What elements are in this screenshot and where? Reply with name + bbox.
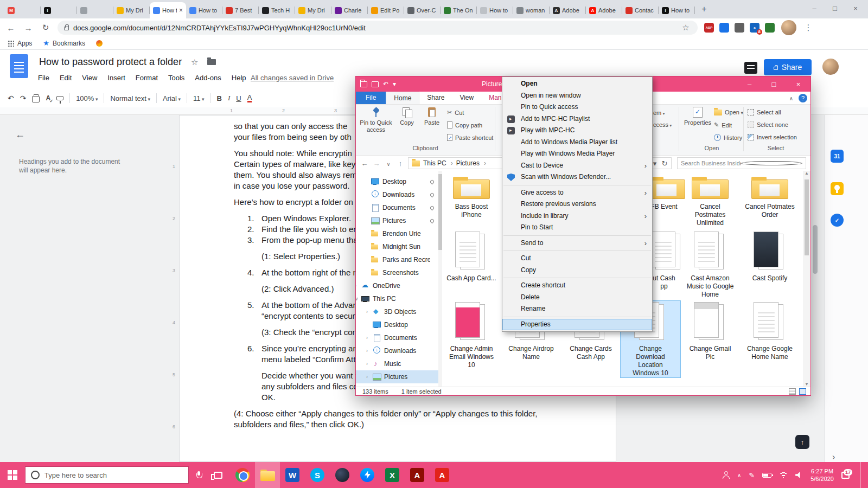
comment-history-icon[interactable] bbox=[744, 62, 757, 74]
nav-item[interactable]: › Pictures bbox=[356, 370, 438, 383]
nav-item[interactable]: ∨ This PC bbox=[356, 292, 438, 305]
context-menu-item[interactable]: Include in library › bbox=[502, 210, 652, 222]
details-view-icon[interactable] bbox=[789, 388, 796, 395]
nav-item[interactable]: › Documents bbox=[356, 331, 438, 344]
nav-item[interactable]: Documents bbox=[356, 201, 438, 214]
ribbon-tab-view[interactable]: View bbox=[452, 92, 481, 104]
context-menu-item[interactable] bbox=[503, 251, 651, 251]
file-item[interactable]: Cash App Card... bbox=[442, 230, 501, 299]
taskbar-skype[interactable]: S bbox=[305, 462, 330, 488]
paragraph-style-select[interactable]: Normal text bbox=[110, 94, 150, 102]
qat-customize-icon[interactable] bbox=[393, 80, 396, 88]
open-button[interactable]: Open bbox=[714, 109, 743, 115]
nav-item[interactable]: › 3D Objects bbox=[356, 305, 438, 318]
document-title[interactable]: How to password protect a folder bbox=[39, 56, 182, 68]
paint-format-button[interactable] bbox=[56, 96, 63, 100]
context-menu-item[interactable]: Play with MPC-HC bbox=[502, 125, 652, 137]
microphone-button[interactable] bbox=[189, 462, 208, 488]
nav-item[interactable]: Desktop bbox=[356, 175, 438, 188]
browser-tab[interactable]: My Dri bbox=[295, 2, 331, 18]
expander-icon[interactable]: › bbox=[366, 374, 372, 380]
select-none-button[interactable]: Select none bbox=[748, 121, 788, 128]
task-view-button[interactable] bbox=[208, 462, 228, 488]
explore-button[interactable]: ↑ bbox=[795, 435, 809, 449]
file-item[interactable]: Change Admin Email Windows 10 bbox=[442, 301, 501, 377]
browser-tab[interactable]: My Dri bbox=[113, 2, 150, 18]
context-menu-item[interactable] bbox=[503, 235, 651, 236]
context-menu-item[interactable] bbox=[503, 317, 651, 317]
context-menu-item[interactable]: Scan with Windows Defender... bbox=[502, 171, 652, 183]
browser-tab[interactable]: M bbox=[4, 2, 41, 18]
context-menu-item[interactable] bbox=[503, 185, 651, 185]
nav-item[interactable]: › OneDrive bbox=[356, 279, 438, 292]
history-button[interactable]: History bbox=[714, 134, 742, 141]
ribbon-tab-file[interactable]: File bbox=[356, 92, 386, 104]
ribbon-tab-share[interactable]: Share bbox=[419, 92, 452, 104]
expander-icon[interactable]: ∨ bbox=[356, 296, 361, 301]
file-item[interactable]: Cancel Postmates Unlimited bbox=[680, 173, 740, 227]
browser-tab[interactable]: Contac bbox=[622, 2, 659, 18]
battery-icon[interactable] bbox=[762, 473, 771, 478]
nav-item[interactable]: › Downloads bbox=[356, 344, 438, 357]
extension-icon[interactable]: ABP bbox=[704, 23, 714, 33]
browser-tab[interactable]: The On bbox=[441, 2, 477, 18]
taskbar-word[interactable]: W bbox=[280, 462, 305, 488]
docs-menu-item[interactable]: Edit bbox=[60, 74, 72, 82]
doc-star-icon[interactable]: ☆ bbox=[191, 57, 198, 67]
refresh-icon[interactable] bbox=[661, 159, 668, 168]
browser-profile-avatar[interactable] bbox=[781, 20, 796, 35]
calendar-icon[interactable]: 31 bbox=[831, 150, 844, 163]
new-item-button-partial[interactable]: em bbox=[653, 110, 665, 116]
https-lock-icon[interactable] bbox=[64, 27, 69, 30]
context-menu-item[interactable]: Delete bbox=[502, 292, 652, 304]
taskbar-file-explorer[interactable] bbox=[255, 462, 280, 488]
start-button[interactable] bbox=[0, 462, 25, 488]
new-tab-button[interactable]: + bbox=[697, 2, 711, 16]
share-button[interactable]: Share bbox=[764, 59, 812, 75]
tab-close-icon[interactable]: × bbox=[179, 7, 183, 14]
taskbar-clock[interactable]: 6:27 PM 5/6/2020 bbox=[810, 467, 834, 483]
context-menu-item[interactable]: Create shortcut bbox=[502, 280, 652, 292]
up-one-level-button[interactable] bbox=[396, 159, 405, 168]
file-item[interactable]: Cast Spotify bbox=[740, 230, 800, 299]
undo-button[interactable] bbox=[8, 94, 14, 102]
context-menu-item[interactable]: Send to › bbox=[502, 237, 652, 249]
copy-path-button[interactable]: Copy path bbox=[447, 121, 482, 129]
url-field[interactable]: docs.google.com/document/d/12NmCRDTAhjYY… bbox=[58, 21, 698, 35]
nav-item[interactable]: Desktop bbox=[356, 318, 438, 331]
nav-item[interactable]: Midnight Sun bbox=[356, 240, 438, 253]
thumbnails-view-icon[interactable] bbox=[799, 388, 806, 395]
volume-icon[interactable] bbox=[795, 472, 803, 478]
back-button[interactable] bbox=[5, 23, 16, 33]
outline-collapse-arrow[interactable]: ← bbox=[15, 129, 25, 140]
redo-button[interactable] bbox=[20, 94, 27, 102]
explorer-forward-button[interactable] bbox=[372, 159, 381, 168]
context-menu-item[interactable]: Restore previous versions bbox=[502, 198, 652, 210]
tasks-icon[interactable]: ✓ bbox=[831, 214, 844, 227]
nav-item[interactable]: Pictures bbox=[356, 214, 438, 227]
context-menu-item[interactable]: Copy bbox=[502, 265, 652, 277]
tray-overflow-icon[interactable] bbox=[737, 472, 741, 478]
google-docs-icon[interactable] bbox=[10, 54, 28, 78]
copy-button[interactable]: Copy bbox=[395, 107, 419, 126]
action-center-icon[interactable]: 17 bbox=[841, 472, 850, 479]
text-color-button[interactable]: A bbox=[247, 94, 252, 102]
context-menu-item[interactable]: Rename bbox=[502, 303, 652, 315]
extension-icon[interactable] bbox=[719, 23, 729, 33]
files-scrollbar[interactable]: ▲ ▼ bbox=[803, 171, 810, 387]
taskbar-chrome[interactable] bbox=[230, 462, 255, 488]
context-menu-item[interactable]: Add to Windows Media Player list bbox=[502, 137, 652, 149]
explorer-close-button[interactable] bbox=[786, 76, 810, 92]
browser-tab[interactable]: A Adobe bbox=[550, 2, 586, 18]
qat-picture-icon[interactable] bbox=[372, 81, 379, 87]
ribbon-collapse-icon[interactable] bbox=[789, 95, 793, 101]
zoom-select[interactable]: 100% bbox=[76, 94, 98, 102]
browser-tab[interactable]: Over-C bbox=[404, 2, 441, 18]
docs-menu-item[interactable]: Add-ons bbox=[195, 74, 221, 82]
nav-item[interactable]: Downloads bbox=[356, 188, 438, 201]
nav-item[interactable]: Parks and Recrea bbox=[356, 253, 438, 266]
breadcrumb-this-pc[interactable]: This PC bbox=[423, 159, 453, 167]
bookmark-item[interactable] bbox=[96, 40, 103, 47]
show-desktop-button[interactable] bbox=[860, 462, 863, 488]
edit-button[interactable]: Edit bbox=[714, 121, 732, 129]
